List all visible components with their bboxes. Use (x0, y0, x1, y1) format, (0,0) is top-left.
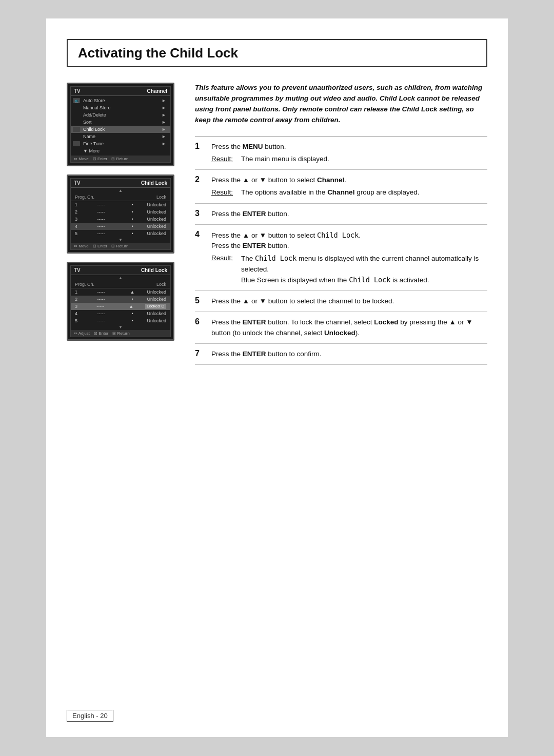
menu-footer-2: ⇔ Move ⊡ Enter ⊞ Return (71, 243, 170, 249)
menu-item-manualstore: Manual Store ► (71, 104, 170, 111)
menu-item-sort: Sort ► (71, 119, 170, 126)
step-num-4: 4 (195, 230, 204, 239)
childlock-row-3-2: 2 ----- • Unlocked (71, 296, 170, 303)
page-title: Activating the Child Lock (78, 45, 476, 61)
steps-list: 1 Press the MENU button. Result: The mai… (195, 136, 487, 365)
childlock-row-3-3: 3 ----- ▲ Locked ⊙ (71, 303, 170, 310)
up-arrow-2: ▲ (71, 188, 170, 193)
step-content-5: Press the ▲ or ▼ button to select the ch… (211, 296, 487, 306)
result-text-1: The main menu is displayed. (241, 154, 329, 164)
step-1: 1 Press the MENU button. Result: The mai… (195, 137, 487, 170)
icon-autostore: 📺 (73, 98, 80, 103)
icon-finetune (73, 141, 80, 146)
step-num-1: 1 (195, 142, 204, 151)
tv-screen-3: TV Child Lock ▲ Prog. Ch. Lock 1 ----- ▲… (67, 262, 174, 341)
step-content-1: Press the MENU button. Result: The main … (211, 142, 487, 165)
menu-title-3: Child Lock (141, 267, 167, 273)
screenshots-column: TV Channel 📺 Auto Store ► Manual Store ► (67, 83, 180, 365)
tv-label-3: TV (74, 267, 81, 273)
step-content-6: Press the ENTER button. To lock the chan… (211, 317, 487, 338)
step-2: 2 Press the ▲ or ▼ button to select Chan… (195, 170, 487, 204)
menu-footer-1: ⇔ Move ⊡ Enter ⊞ Return (71, 156, 170, 162)
step-content-3: Press the ENTER button. (211, 209, 487, 219)
down-arrow-2: ▼ (71, 237, 170, 243)
footer-text: English - 20 (72, 712, 108, 720)
childlock-row-2-3: 3 ----- • Unlocked (71, 216, 170, 223)
step-num-7: 7 (195, 349, 204, 358)
step-num-3: 3 (195, 209, 204, 218)
childlock-bar-3: TV Child Lock (71, 266, 170, 275)
main-content: TV Channel 📺 Auto Store ► Manual Store ► (46, 67, 508, 365)
result-label-4: Result: (211, 253, 237, 263)
menu-item-adddelete: Add/Delete ► (71, 111, 170, 119)
menu-item-more: ▼ More (71, 147, 170, 154)
result-text-2: The options available in the Channel gro… (241, 187, 419, 198)
menu-title-1: Channel (147, 88, 167, 94)
childlock-row-2-5: 5 ----- • Unlocked (71, 230, 170, 237)
childlock-row-2-4: 4 ----- • Unlocked (71, 223, 170, 230)
tv-screen-2: TV Child Lock ▲ Prog. Ch. Lock 1 ----- •… (67, 175, 174, 254)
result-text-4: The Child Lock menu is displayed with th… (241, 253, 487, 285)
result-block-2: Result: The options available in the Cha… (211, 187, 487, 198)
result-label-1: Result: (211, 154, 237, 164)
step-6: 6 Press the ENTER button. To lock the ch… (195, 312, 487, 344)
childlock-row-2-2: 2 ----- • Unlocked (71, 208, 170, 216)
tv-screen-1: TV Channel 📺 Auto Store ► Manual Store ► (67, 83, 174, 166)
page: Activating the Child Lock TV Channel 📺 A… (46, 18, 508, 737)
up-arrow-3: ▲ (71, 275, 170, 281)
menu-bar-1: TV Channel (71, 87, 170, 96)
result-block-1: Result: The main menu is displayed. (211, 154, 487, 164)
childlock-row-3-4: 4 ----- • Unlocked (71, 310, 170, 317)
menu-item-finetune: Fine Tune ► (71, 140, 170, 147)
childlock-row-3-5: 5 ----- • Unlocked (71, 317, 170, 324)
step-7: 7 Press the ENTER button to confirm. (195, 344, 487, 365)
menu-item-name: Name ► (71, 133, 170, 140)
childlock-bar-2: TV Child Lock (71, 179, 170, 188)
tv-label-1: TV (74, 88, 81, 94)
intro-text: This feature allows you to prevent unaut… (195, 83, 487, 126)
step-5: 5 Press the ▲ or ▼ button to select the … (195, 291, 487, 312)
childlock-row-3-1: 1 ----- ▲ Unlocked (71, 288, 170, 296)
title-bar: Activating the Child Lock (67, 39, 487, 67)
result-label-2: Result: (211, 187, 237, 198)
menu-footer-3: ⇔ Adjust ⊡ Enter ⊞ Return (71, 330, 170, 337)
step-content-4: Press the ▲ or ▼ button to select Child … (211, 230, 487, 285)
down-arrow-3: ▼ (71, 324, 170, 330)
step-num-2: 2 (195, 175, 204, 184)
step-content-2: Press the ▲ or ▼ button to select Channe… (211, 175, 487, 198)
page-footer: English - 20 (67, 710, 113, 722)
childlock-row-2-1: 1 ----- • Unlocked (71, 201, 170, 208)
result-block-4: Result: The Child Lock menu is displayed… (211, 253, 487, 285)
icon-childlock (73, 127, 80, 132)
childlock-header-2: Prog. Ch. Lock (71, 193, 170, 201)
menu-title-2: Child Lock (141, 180, 167, 186)
tv-label-2: TV (74, 180, 81, 186)
right-column: This feature allows you to prevent unaut… (195, 83, 487, 365)
menu-item-autostore: 📺 Auto Store ► (71, 97, 170, 104)
step-3: 3 Press the ENTER button. (195, 204, 487, 225)
step-num-6: 6 (195, 317, 204, 326)
menu-item-childlock: Child Lock ► (71, 126, 170, 133)
step-content-7: Press the ENTER button to confirm. (211, 349, 487, 359)
step-num-5: 5 (195, 296, 204, 305)
menu-items-1: 📺 Auto Store ► Manual Store ► Add/Delete… (71, 96, 170, 156)
step-4: 4 Press the ▲ or ▼ button to select Chil… (195, 225, 487, 291)
childlock-header-3: Prog. Ch. Lock (71, 281, 170, 288)
